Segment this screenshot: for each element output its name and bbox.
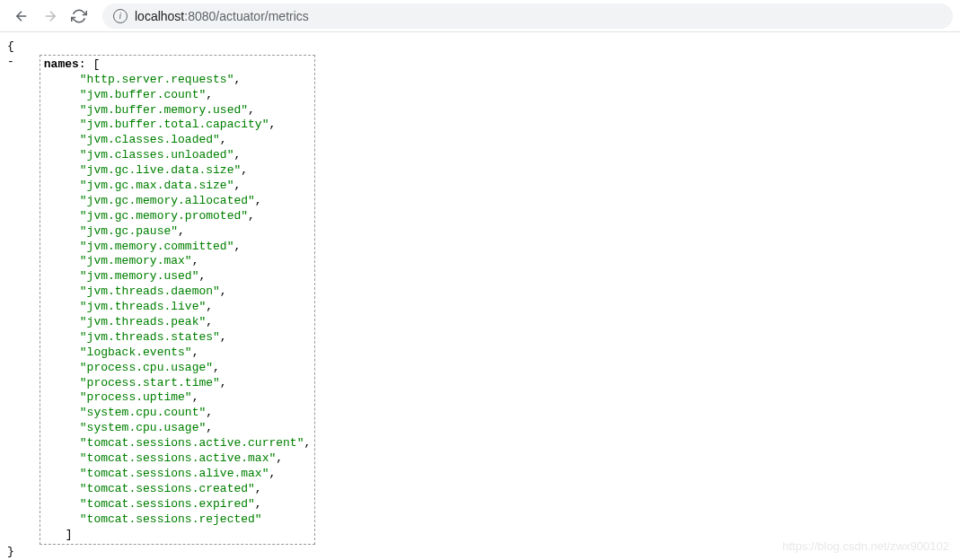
open-brace: {	[7, 39, 953, 55]
json-object-block: names: [ "http.server.requests","jvm.buf…	[40, 55, 315, 546]
browser-toolbar: i localhost:8080/actuator/metrics	[0, 0, 960, 32]
array-item: "jvm.classes.unloaded",	[80, 148, 311, 163]
forward-button[interactable]	[36, 4, 65, 29]
string-value: "http.server.requests"	[80, 73, 234, 86]
url-port: :8080	[184, 9, 216, 23]
colon: :	[79, 57, 86, 71]
comma: ,	[269, 118, 276, 131]
info-icon: i	[113, 9, 128, 23]
comma: ,	[233, 73, 241, 86]
comma: ,	[304, 436, 311, 450]
string-value: "process.cpu.usage"	[80, 361, 213, 374]
array-item: "system.cpu.count",	[80, 406, 311, 421]
array-item: "logback.events",	[80, 346, 311, 361]
array-item: "jvm.gc.pause",	[80, 224, 311, 240]
comma: ,	[276, 451, 283, 465]
string-value: "jvm.gc.pause"	[80, 224, 178, 238]
json-viewer: { - names: [ "http.server.requests","jvm…	[0, 32, 960, 560]
array-item: "jvm.memory.committed",	[80, 240, 311, 255]
array-item: "tomcat.sessions.created",	[80, 482, 311, 497]
comma: ,	[213, 361, 220, 374]
comma: ,	[206, 315, 213, 328]
comma: ,	[241, 163, 248, 177]
comma: ,	[255, 194, 262, 207]
string-value: "jvm.buffer.count"	[80, 88, 206, 101]
string-value: "tomcat.sessions.created"	[80, 482, 255, 495]
array-item: "jvm.gc.memory.allocated",	[80, 194, 311, 209]
array-item: "jvm.buffer.count",	[80, 88, 311, 103]
string-value: "jvm.memory.committed"	[80, 240, 234, 253]
comma: ,	[206, 300, 213, 313]
comma: ,	[192, 254, 199, 267]
array-item: "process.cpu.usage",	[80, 361, 311, 376]
string-value: "system.cpu.usage"	[80, 421, 206, 434]
array-item: "process.start.time",	[80, 376, 311, 391]
string-value: "process.start.time"	[80, 376, 220, 389]
string-value: "jvm.threads.peak"	[80, 315, 206, 328]
array-item: "http.server.requests",	[80, 73, 311, 88]
string-value: "jvm.gc.memory.promoted"	[80, 209, 248, 223]
watermark: https://blog.csdn.net/zwx900102	[782, 539, 949, 553]
comma: ,	[248, 103, 255, 117]
back-button[interactable]	[7, 4, 36, 29]
collapse-toggle[interactable]: -	[7, 55, 14, 70]
url-path: /actuator/metrics	[216, 9, 308, 23]
array-item: "jvm.threads.live",	[80, 300, 311, 315]
array-item: "jvm.classes.loaded",	[80, 133, 311, 148]
string-value: "tomcat.sessions.active.current"	[80, 436, 304, 450]
string-value: "system.cpu.count"	[80, 406, 206, 419]
string-value: "jvm.gc.max.data.size"	[80, 179, 234, 192]
comma: ,	[206, 421, 213, 434]
array-item: "jvm.gc.live.data.size",	[80, 163, 311, 179]
string-value: "jvm.memory.used"	[80, 269, 199, 283]
address-bar[interactable]: i localhost:8080/actuator/metrics	[102, 4, 953, 29]
comma: ,	[233, 148, 241, 162]
string-value: "jvm.threads.daemon"	[80, 284, 220, 298]
string-value: "tomcat.sessions.active.max"	[80, 451, 276, 465]
array-item: "jvm.threads.states",	[80, 330, 311, 346]
string-value: "jvm.threads.states"	[80, 330, 220, 344]
array-item: "process.uptime",	[80, 390, 311, 406]
open-bracket: [	[92, 57, 100, 71]
string-value: "tomcat.sessions.expired"	[80, 497, 255, 511]
arrow-left-icon	[13, 8, 30, 24]
comma: ,	[255, 497, 262, 511]
comma: ,	[198, 269, 206, 283]
comma: ,	[269, 467, 276, 480]
string-value: "tomcat.sessions.alive.max"	[80, 467, 269, 480]
reload-icon	[71, 8, 87, 24]
string-value: "jvm.gc.live.data.size"	[80, 163, 241, 177]
array-item: "system.cpu.usage",	[80, 421, 311, 436]
array-item: "jvm.threads.peak",	[80, 315, 311, 330]
string-value: "logback.events"	[80, 346, 192, 359]
comma: ,	[178, 224, 185, 238]
string-value: "jvm.buffer.memory.used"	[80, 103, 248, 117]
comma: ,	[220, 133, 227, 146]
comma: ,	[233, 240, 241, 253]
arrow-right-icon	[42, 8, 58, 24]
array-items: "http.server.requests","jvm.buffer.count…	[80, 73, 311, 528]
string-value: "jvm.gc.memory.allocated"	[80, 194, 255, 207]
reload-button[interactable]	[65, 4, 93, 29]
comma: ,	[220, 376, 227, 389]
array-item: "jvm.memory.max",	[80, 254, 311, 269]
json-key-names: names	[44, 57, 79, 71]
array-item: "jvm.gc.memory.promoted",	[80, 209, 311, 224]
close-bracket: ]	[66, 528, 311, 543]
comma: ,	[206, 406, 213, 419]
url-host: localhost	[135, 9, 184, 23]
array-item: "tomcat.sessions.rejected"	[80, 512, 311, 528]
string-value: "tomcat.sessions.rejected"	[80, 512, 262, 526]
url-text: localhost:8080/actuator/metrics	[135, 9, 309, 23]
comma: ,	[255, 482, 262, 495]
array-item: "tomcat.sessions.expired",	[80, 497, 311, 512]
array-item: "jvm.gc.max.data.size",	[80, 179, 311, 194]
array-item: "jvm.buffer.memory.used",	[80, 103, 311, 118]
array-item: "jvm.buffer.total.capacity",	[80, 118, 311, 133]
array-item: "jvm.memory.used",	[80, 269, 311, 284]
comma: ,	[192, 346, 199, 359]
comma: ,	[248, 209, 255, 223]
array-item: "tomcat.sessions.active.current",	[80, 436, 311, 451]
comma: ,	[192, 390, 199, 404]
comma: ,	[220, 284, 227, 298]
